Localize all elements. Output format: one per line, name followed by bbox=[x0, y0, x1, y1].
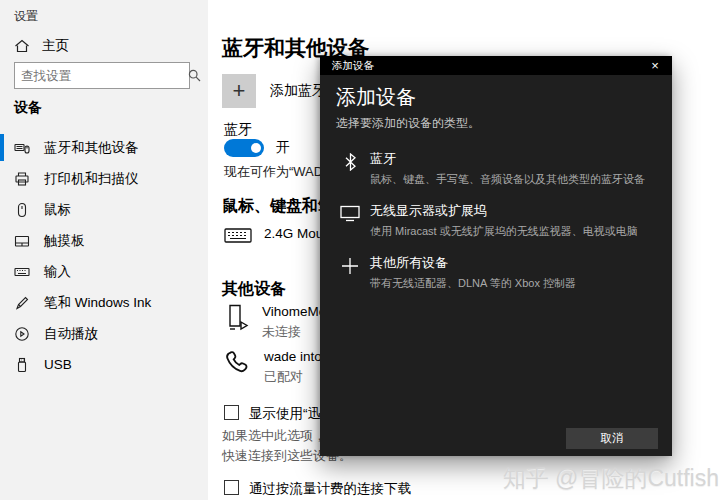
touchpad-icon bbox=[14, 233, 30, 249]
sidebar-item-bluetooth-other-devices[interactable]: 蓝牙和其他设备 bbox=[0, 132, 208, 163]
sidebar-item-label: 打印机和扫描仪 bbox=[44, 170, 139, 188]
zhihu-watermark: 知乎 @冒险的Cutfish bbox=[503, 463, 719, 494]
pen-icon bbox=[14, 295, 30, 311]
bluetooth-section-label: 蓝牙 bbox=[224, 121, 252, 139]
dialog-option-wireless-display[interactable]: 无线显示器或扩展坞 使用 Miracast 或无线扩展坞的无线监视器、电视或电脑 bbox=[320, 194, 672, 246]
metered-checkbox[interactable] bbox=[224, 480, 239, 495]
sidebar-item-typing[interactable]: 输入 bbox=[0, 256, 208, 287]
metered-checkbox-row[interactable]: 通过按流量计费的连接下载 bbox=[224, 480, 411, 498]
sidebar-item-mouse[interactable]: 鼠标 bbox=[0, 194, 208, 225]
mouse-icon bbox=[14, 202, 30, 218]
home-icon bbox=[14, 38, 30, 54]
sidebar-section-label: 设备 bbox=[14, 99, 42, 117]
sidebar-item-autoplay[interactable]: 自动播放 bbox=[0, 318, 208, 349]
sidebar-item-label: 鼠标 bbox=[44, 201, 71, 219]
dialog-subtitle: 选择要添加的设备的类型。 bbox=[336, 115, 480, 132]
sidebar-item-touchpad[interactable]: 触摸板 bbox=[0, 225, 208, 256]
dialog-titlebar-label: 添加设备 bbox=[332, 59, 638, 73]
swift-pair-checkbox[interactable] bbox=[224, 405, 239, 420]
sidebar-item-label: 蓝牙和其他设备 bbox=[44, 139, 139, 157]
option-title: 蓝牙 bbox=[370, 150, 645, 168]
dialog-heading: 添加设备 bbox=[336, 84, 416, 111]
keyboard-icon bbox=[14, 264, 30, 280]
search-icon[interactable] bbox=[188, 69, 201, 82]
option-title: 无线显示器或扩展坞 bbox=[370, 202, 638, 220]
option-desc: 使用 Miracast 或无线扩展坞的无线监视器、电视或电脑 bbox=[370, 224, 638, 238]
sidebar-item-usb[interactable]: USB bbox=[0, 349, 208, 380]
dialog-option-bluetooth[interactable]: 蓝牙 鼠标、键盘、手写笔、音频设备以及其他类型的蓝牙设备 bbox=[320, 142, 672, 194]
media-device-icon bbox=[226, 304, 250, 341]
cancel-button[interactable]: 取消 bbox=[566, 428, 658, 449]
sidebar-item-label: 自动播放 bbox=[44, 325, 98, 343]
dialog-options: 蓝牙 鼠标、键盘、手写笔、音频设备以及其他类型的蓝牙设备 无线显示器或扩展坞 使… bbox=[320, 142, 672, 298]
option-desc: 鼠标、键盘、手写笔、音频设备以及其他类型的蓝牙设备 bbox=[370, 172, 645, 186]
other-devices-heading: 其他设备 bbox=[222, 279, 286, 300]
mouse-keyboard-pen-heading: 鼠标、键盘和笔 bbox=[222, 196, 334, 217]
printer-icon bbox=[14, 171, 30, 187]
phone-icon bbox=[224, 349, 252, 386]
device-status: 已配对 bbox=[264, 368, 322, 386]
option-title: 其他所有设备 bbox=[370, 254, 576, 272]
sidebar-item-printers-scanners[interactable]: 打印机和扫描仪 bbox=[0, 163, 208, 194]
plus-icon bbox=[330, 254, 370, 275]
device-row-phone[interactable]: wade into 已配对 bbox=[224, 349, 322, 386]
dialog-titlebar: 添加设备 × bbox=[320, 56, 672, 75]
sidebar-item-label: 输入 bbox=[44, 263, 71, 281]
add-device-dialog: 添加设备 × 添加设备 选择要添加的设备的类型。 蓝牙 鼠标、键盘、手写笔、音频… bbox=[320, 56, 672, 456]
toggle-knob bbox=[251, 143, 261, 153]
device-name: wade into bbox=[264, 349, 322, 364]
autoplay-icon bbox=[14, 326, 30, 342]
display-icon bbox=[330, 202, 370, 222]
sidebar-item-home[interactable]: 主页 bbox=[14, 37, 69, 55]
sidebar-nav: 蓝牙和其他设备 打印机和扫描仪 鼠标 触摸板 bbox=[0, 132, 208, 380]
bluetooth-toggle[interactable] bbox=[224, 139, 264, 157]
keyboard-device-icon bbox=[224, 226, 252, 245]
option-desc: 带有无线适配器、DLNA 等的 Xbox 控制器 bbox=[370, 276, 576, 290]
sidebar-item-label: 触摸板 bbox=[44, 232, 85, 250]
bluetooth-toggle-state: 开 bbox=[276, 139, 290, 157]
sidebar-item-label: 笔和 Windows Ink bbox=[44, 294, 151, 312]
search-input[interactable] bbox=[15, 69, 188, 83]
sidebar-item-label: USB bbox=[44, 357, 72, 372]
settings-sidebar: 设置 主页 设备 蓝牙和其他设备 打印机和扫描仪 bbox=[0, 0, 208, 500]
sidebar-home-label: 主页 bbox=[42, 37, 69, 55]
app-title: 设置 bbox=[14, 8, 38, 25]
bluetooth-icon bbox=[330, 150, 370, 171]
metered-checkbox-label: 通过按流量计费的连接下载 bbox=[249, 480, 411, 498]
plus-icon: + bbox=[222, 74, 256, 108]
usb-icon bbox=[14, 357, 30, 373]
selected-indicator bbox=[0, 134, 4, 161]
bluetooth-devices-icon bbox=[14, 140, 30, 156]
dialog-option-everything-else[interactable]: 其他所有设备 带有无线适配器、DLNA 等的 Xbox 控制器 bbox=[320, 246, 672, 298]
close-icon[interactable]: × bbox=[638, 56, 672, 75]
sidebar-item-pen-windows-ink[interactable]: 笔和 Windows Ink bbox=[0, 287, 208, 318]
search-box[interactable] bbox=[14, 62, 190, 89]
